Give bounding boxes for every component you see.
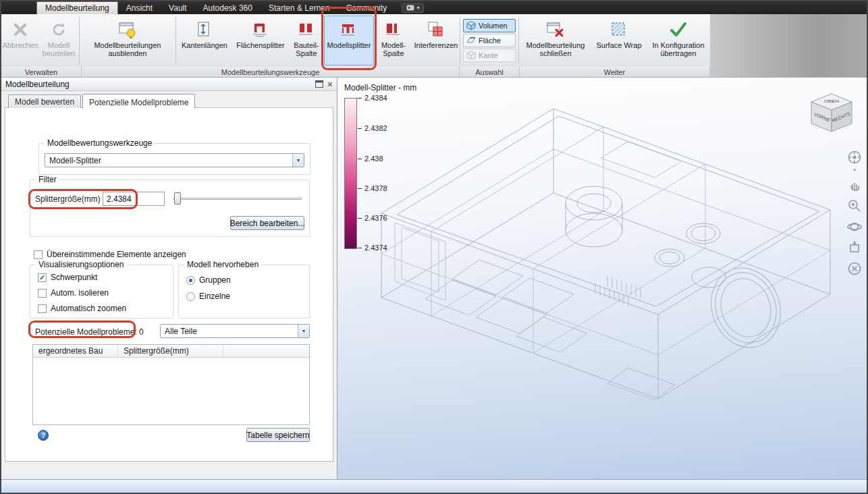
modellbeurteilung-schliessen-button[interactable]: Modellbeurteilung schließen bbox=[520, 16, 591, 65]
ribbon-separator bbox=[518, 17, 519, 64]
abbrechen-button[interactable]: Abbrechen bbox=[1, 16, 39, 65]
refresh-icon bbox=[49, 18, 68, 41]
flaechensplitter-button[interactable]: Flächensplitter bbox=[232, 16, 289, 65]
surface-wrap-button[interactable]: Surface Wrap bbox=[591, 16, 647, 65]
close-panel-icon[interactable]: × bbox=[327, 81, 333, 88]
interference-icon bbox=[426, 18, 446, 41]
checkbox-icon: ✓ bbox=[38, 289, 47, 298]
checkbox-autom-isolieren[interactable]: ✓ Autom. isolieren bbox=[38, 288, 109, 298]
menu-tab-community[interactable]: Community bbox=[338, 1, 396, 14]
checkbox-automatisch-zoomen[interactable]: ✓ Automatisch zoomen bbox=[38, 304, 126, 313]
kante-button[interactable]: Kante bbox=[463, 49, 516, 62]
hide-assessments-icon bbox=[117, 18, 138, 41]
view-cube[interactable]: OBEN VORNE RECHTS bbox=[805, 88, 859, 142]
group-label-auswahl: Auswahl bbox=[460, 67, 520, 77]
legend-tick: 2.438 bbox=[358, 155, 383, 163]
volumen-label: Volumen bbox=[479, 22, 508, 30]
radio-label: Gruppen bbox=[199, 275, 231, 285]
groupbox-label: Visualisierungsoptionen bbox=[36, 260, 127, 269]
tab-potenzielle-modellprobleme[interactable]: Potenzielle Modellprobleme bbox=[82, 94, 195, 109]
schliessen-label: Modellbeurteilung schließen bbox=[522, 41, 589, 57]
chevron-down-icon: ▾ bbox=[416, 5, 419, 11]
ribbon-separator bbox=[460, 17, 460, 64]
ribbon-group-werkzeuge: Modellbeurteilungen ausblenden Kantenlän… bbox=[80, 16, 459, 65]
column-header-empty[interactable] bbox=[223, 345, 309, 357]
bereich-bearbeiten-button[interactable]: Bereich bearbeiten... bbox=[230, 216, 304, 230]
chevron-down-icon: ▼ bbox=[292, 154, 304, 167]
modellsplitter-button[interactable]: Modellsplitter bbox=[324, 16, 374, 65]
bauteil-spalte-button[interactable]: Bauteil-Spalte bbox=[289, 16, 324, 65]
checkbox-label: Autom. isolieren bbox=[51, 288, 109, 298]
flaeche-button[interactable]: Fläche bbox=[463, 34, 516, 47]
navigation-wheel-icon[interactable] bbox=[846, 149, 863, 165]
column-header-parent-part[interactable]: ergeordnetes Bau bbox=[33, 345, 118, 357]
bewertungswerkzeug-combobox[interactable]: Modell-Splitter ▼ bbox=[45, 153, 304, 167]
model-viewport[interactable]: Modell-Splitter - mm 2.4384 2.4382 2.438… bbox=[337, 78, 867, 479]
menu-tab-ansicht[interactable]: Ansicht bbox=[118, 1, 161, 14]
chevron-down-icon[interactable]: ▾ bbox=[853, 167, 856, 173]
in-konfiguration-button[interactable]: In Konfiguration übertragen bbox=[647, 16, 710, 65]
radio-gruppen[interactable]: Gruppen bbox=[186, 275, 231, 285]
ribbon-filler bbox=[710, 14, 867, 78]
group-label-weiter: Weiter bbox=[520, 67, 710, 77]
splitter-size-slider[interactable] bbox=[173, 192, 302, 205]
legend-tick: 2.4378 bbox=[358, 184, 387, 192]
modell-beurteilen-button[interactable]: Modell beurteilen bbox=[39, 16, 78, 65]
checkbox-schwerpunkt[interactable]: ✓ Schwerpunkt bbox=[38, 273, 97, 282]
menu-tab-starten-lernen[interactable]: Starten & Lernen bbox=[261, 1, 338, 14]
menu-tab-autodesk360[interactable]: Autodesk 360 bbox=[195, 1, 261, 14]
interferenzen-button[interactable]: Interferenzen bbox=[413, 16, 459, 65]
potenzielle-probleme-count-label: Potenzielle Modellprobleme: 0 bbox=[35, 327, 144, 337]
tabelle-speichern-button[interactable]: Tabelle speichern bbox=[246, 428, 310, 442]
model-splitter-icon bbox=[339, 18, 359, 41]
radio-einzelne[interactable]: Einzelne bbox=[186, 292, 230, 301]
help-icon[interactable]: ? bbox=[38, 430, 49, 441]
tab-modell-bewerten[interactable]: Modell bewerten bbox=[8, 94, 81, 108]
checkbox-icon: ✓ bbox=[34, 250, 43, 259]
close-assessment-icon bbox=[545, 18, 566, 41]
navigation-bar: ▾ bbox=[846, 149, 863, 281]
modellbeurteilungen-ausblenden-button[interactable]: Modellbeurteilungen ausblenden bbox=[80, 16, 175, 65]
bauteil-spalte-label: Bauteil-Spalte bbox=[290, 41, 323, 57]
kantenlaengen-button[interactable]: Kantenlängen bbox=[177, 16, 232, 65]
checkbox-icon: ✓ bbox=[38, 304, 47, 313]
interferenzen-label: Interferenzen bbox=[414, 41, 458, 49]
checkbox-label: Schwerpunkt bbox=[51, 273, 97, 282]
zoom-icon[interactable] bbox=[846, 198, 863, 214]
table-body[interactable] bbox=[33, 358, 309, 424]
combobox-value: Modell-Splitter bbox=[45, 156, 292, 165]
edge-length-icon bbox=[194, 18, 215, 41]
panel-title: Modellbeurteilung bbox=[5, 80, 70, 89]
look-at-icon[interactable] bbox=[846, 240, 863, 256]
pan-hand-icon[interactable] bbox=[846, 177, 863, 193]
ausblenden-label: Modellbeurteilungen ausblenden bbox=[84, 41, 171, 57]
menu-tab-modellbeurteilung[interactable]: Modellbeurteilung bbox=[36, 1, 118, 14]
menubar: Modellbeurteilung Ansicht Vault Autodesk… bbox=[1, 1, 867, 14]
quick-access-menu-button[interactable]: ▾ bbox=[402, 3, 424, 13]
combobox-value: Alle Teile bbox=[161, 327, 298, 336]
legend-tick: 2.4382 bbox=[358, 124, 387, 132]
teile-filter-combobox[interactable]: Alle Teile ▼ bbox=[160, 324, 310, 338]
close-circle-icon[interactable] bbox=[846, 260, 863, 277]
slider-thumb[interactable] bbox=[174, 192, 181, 204]
ribbon-group-verwalten: Abbrechen Modell beurteilen bbox=[1, 16, 78, 65]
splitter-size-input[interactable] bbox=[103, 192, 165, 206]
table-header-row: ergeordnetes Bau Splittergröße(mm) bbox=[33, 345, 309, 358]
problems-table: ergeordnetes Bau Splittergröße(mm) bbox=[32, 344, 310, 425]
orbit-icon[interactable] bbox=[846, 219, 863, 235]
legend-tick: 2.4374 bbox=[358, 244, 387, 252]
menu-tab-vault[interactable]: Vault bbox=[161, 1, 194, 14]
ribbon-group-labels: Verwalten Modellbeurteilungswerkzeuge Au… bbox=[1, 67, 710, 78]
modell-spalte-button[interactable]: Modell-Spalte bbox=[374, 16, 413, 65]
radio-label: Einzelne bbox=[199, 292, 230, 301]
column-header-splitter-size[interactable]: Splittergröße(mm) bbox=[118, 345, 223, 357]
ribbon: Abbrechen Modell beurteilen Modellbeurte… bbox=[1, 14, 710, 67]
volumen-button[interactable]: Volumen bbox=[463, 19, 516, 32]
checkbox-uebereinstimmende[interactable]: ✓ Übereinstimmende Elemente anzeigen bbox=[34, 250, 186, 259]
legend-title: Modell-Splitter - mm bbox=[344, 83, 416, 92]
dock-panel-icon[interactable] bbox=[315, 80, 323, 88]
viewcube-top-label: OBEN bbox=[824, 100, 840, 103]
radio-icon bbox=[186, 292, 195, 301]
panel-content: Modellbewertungswerkzeuge Modell-Splitte… bbox=[5, 107, 333, 462]
group-label-werkzeuge: Modellbeurteilungswerkzeuge bbox=[82, 67, 460, 77]
